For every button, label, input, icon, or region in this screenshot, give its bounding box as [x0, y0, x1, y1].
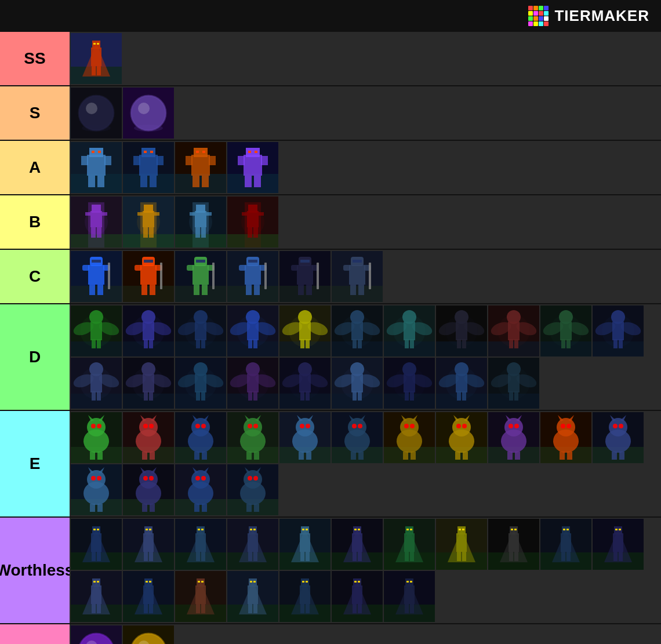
tier-item-w12[interactable] — [71, 571, 122, 622]
tier-item-c3[interactable] — [175, 251, 226, 302]
tier-item-e5[interactable] — [279, 412, 330, 463]
tier-item-w4[interactable] — [227, 519, 278, 570]
svg-point-412 — [452, 418, 471, 436]
svg-rect-152 — [343, 265, 350, 271]
svg-rect-578 — [566, 552, 571, 561]
tier-item-d16[interactable] — [279, 358, 330, 409]
svg-point-365 — [195, 424, 200, 428]
tier-item-c1[interactable] — [71, 251, 122, 302]
svg-rect-647 — [406, 581, 409, 583]
tier-item-d7[interactable] — [384, 305, 435, 356]
tier-item-e14[interactable] — [175, 464, 226, 515]
tier-item-d10[interactable] — [540, 305, 591, 356]
tier-item-w16[interactable] — [279, 571, 330, 622]
tier-item-w10[interactable] — [540, 519, 591, 570]
svg-rect-515 — [201, 552, 205, 561]
tier-item-w17[interactable] — [332, 571, 383, 622]
tier-item-c5[interactable] — [279, 251, 330, 302]
tier-item-e8[interactable] — [436, 412, 487, 463]
tier-item-e6[interactable] — [332, 412, 383, 463]
tier-item-e3[interactable] — [175, 412, 226, 463]
tier-item-d12[interactable] — [71, 358, 122, 409]
tier-item-e9[interactable] — [488, 412, 539, 463]
tier-item-s1[interactable] — [71, 88, 122, 139]
tier-item-w15[interactable] — [227, 571, 278, 622]
tier-item-w2[interactable] — [123, 519, 174, 570]
tier-item-e10[interactable] — [540, 412, 591, 463]
tier-item-w1[interactable] — [71, 519, 122, 570]
tier-item-b2[interactable] — [123, 197, 174, 248]
svg-rect-388 — [306, 452, 311, 460]
tier-item-d11[interactable] — [593, 305, 644, 356]
tier-item-d13[interactable] — [123, 358, 174, 409]
tier-item-e2[interactable] — [123, 412, 174, 463]
tier-item-w8[interactable] — [436, 519, 487, 570]
svg-rect-156 — [350, 285, 356, 295]
tier-item-d5[interactable] — [279, 305, 330, 356]
tier-item-d2[interactable] — [123, 305, 174, 356]
tier-item-e4[interactable] — [227, 412, 278, 463]
tier-item-a2[interactable] — [123, 142, 174, 193]
svg-rect-591 — [91, 585, 101, 604]
svg-point-482 — [244, 470, 262, 489]
svg-rect-111 — [140, 265, 157, 285]
tier-item-w6[interactable] — [332, 519, 383, 570]
tier-item-d15[interactable] — [227, 358, 278, 409]
tier-item-t1[interactable] — [71, 625, 122, 644]
tier-item-s2[interactable] — [123, 88, 174, 139]
tier-item-a1[interactable] — [71, 142, 122, 193]
tier-item-c2[interactable] — [123, 251, 174, 302]
tier-item-c4[interactable] — [227, 251, 278, 302]
tier-item-b1[interactable] — [71, 197, 122, 248]
tier-item-d17[interactable] — [332, 358, 383, 409]
tier-item-e1[interactable] — [71, 412, 122, 463]
svg-rect-368 — [202, 452, 207, 460]
svg-rect-248 — [566, 339, 571, 348]
svg-rect-91 — [227, 234, 278, 248]
tier-item-t2[interactable] — [123, 625, 174, 644]
tier-item-a4[interactable] — [227, 142, 278, 193]
logo-cell-3 — [539, 6, 543, 10]
tier-item-e13[interactable] — [123, 464, 174, 515]
tier-item-e12[interactable] — [71, 464, 122, 515]
tier-item-d20[interactable] — [488, 358, 539, 409]
tier-item-d4[interactable] — [227, 305, 278, 356]
svg-rect-397 — [351, 452, 356, 460]
tier-item-d19[interactable] — [436, 358, 487, 409]
svg-point-174 — [132, 315, 165, 347]
tier-item-e11[interactable] — [593, 412, 644, 463]
tier-item-w14[interactable] — [175, 571, 226, 622]
tier-item-d14[interactable] — [175, 358, 226, 409]
tier-item-w11[interactable] — [593, 519, 644, 570]
tier-item-w9[interactable] — [488, 519, 539, 570]
tier-item-a3[interactable] — [175, 142, 226, 193]
tier-item-c6[interactable] — [332, 251, 383, 302]
svg-rect-521 — [250, 529, 252, 530]
svg-rect-21 — [87, 155, 106, 176]
tier-item-ss1[interactable] — [71, 33, 122, 84]
tier-item-d9[interactable] — [488, 305, 539, 356]
tier-item-b3[interactable] — [175, 197, 226, 248]
tier-item-e15[interactable] — [227, 464, 278, 515]
svg-rect-203 — [306, 339, 310, 348]
svg-point-406 — [410, 424, 415, 428]
tier-item-d8[interactable] — [436, 305, 487, 356]
tier-item-w3[interactable] — [175, 519, 226, 570]
tier-item-w5[interactable] — [279, 519, 330, 570]
svg-rect-468 — [150, 504, 155, 512]
tier-item-d18[interactable] — [384, 358, 435, 409]
svg-point-13 — [82, 125, 111, 132]
tier-item-d3[interactable] — [175, 305, 226, 356]
tier-item-d6[interactable] — [332, 305, 383, 356]
svg-rect-582 — [613, 533, 623, 552]
svg-rect-266 — [97, 391, 101, 401]
svg-point-415 — [456, 424, 461, 428]
svg-point-485 — [248, 476, 252, 481]
svg-rect-41 — [191, 155, 210, 176]
tier-item-w13[interactable] — [123, 571, 174, 622]
tier-item-e7[interactable] — [384, 412, 435, 463]
tier-item-w18[interactable] — [384, 571, 435, 622]
tier-item-w7[interactable] — [384, 519, 435, 570]
tier-item-d1[interactable] — [71, 305, 122, 356]
tier-item-b4[interactable] — [227, 197, 278, 248]
